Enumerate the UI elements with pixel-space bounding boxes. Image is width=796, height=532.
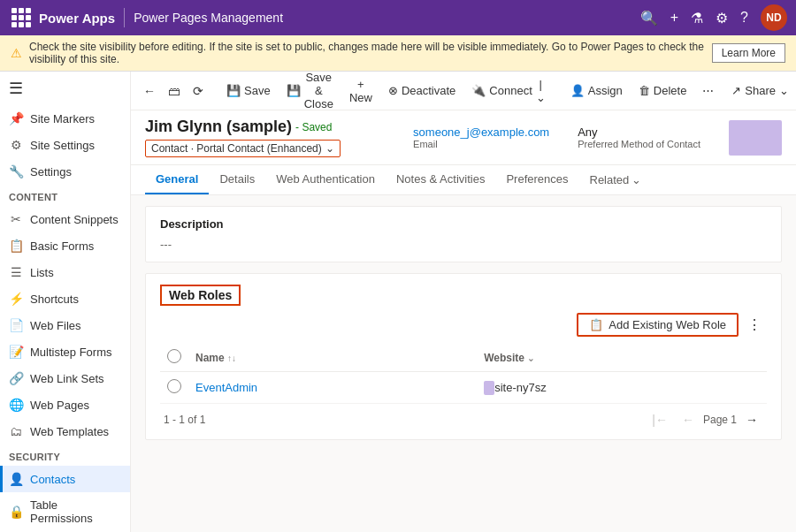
record-avatar-block bbox=[729, 120, 782, 156]
assign-icon: 👤 bbox=[570, 84, 585, 97]
save-icon: 💾 bbox=[226, 84, 241, 97]
sidebar-item-multistep-forms[interactable]: 📝 Multistep Forms bbox=[0, 338, 130, 365]
form-selector-chevron-icon: ⌄ bbox=[325, 142, 334, 155]
share-button[interactable]: ↗ Share ⌄ bbox=[723, 80, 796, 101]
web-roles-table: Name ↑↓ Website ⌄ bbox=[160, 344, 767, 404]
tab-related[interactable]: Related ⌄ bbox=[579, 165, 653, 194]
share-icon: ↗ bbox=[731, 84, 741, 97]
save-button[interactable]: 💾 Save bbox=[219, 80, 278, 101]
record-preferred-method-block: Any Preferred Method of Contact bbox=[578, 125, 700, 149]
page-first-button[interactable]: |← bbox=[647, 411, 673, 429]
description-value: --- bbox=[160, 238, 767, 251]
sidebar-item-table-permissions[interactable]: 🔒 Table Permissions bbox=[0, 492, 130, 531]
sidebar-item-label: Table Permissions bbox=[30, 498, 121, 525]
sidebar-item-contacts[interactable]: 👤 Contacts bbox=[0, 466, 130, 492]
page-next-button[interactable]: → bbox=[740, 411, 763, 429]
table-col-name[interactable]: Name ↑↓ bbox=[188, 344, 477, 372]
search-icon[interactable]: 🔍 bbox=[640, 10, 658, 27]
delete-icon: 🗑 bbox=[639, 84, 650, 97]
web-files-icon: 📄 bbox=[9, 318, 23, 332]
webroles-header: Web Roles bbox=[160, 285, 767, 306]
record-title: Jim Glynn (sample) bbox=[145, 118, 292, 136]
save-close-icon: 💾 bbox=[287, 84, 301, 97]
learn-more-button[interactable]: Learn More bbox=[712, 43, 785, 63]
connect-button[interactable]: 🔌 Connect |⌄ bbox=[464, 74, 552, 108]
tab-general[interactable]: General bbox=[145, 165, 209, 194]
tab-details[interactable]: Details bbox=[209, 165, 265, 194]
related-chevron-icon: ⌄ bbox=[631, 173, 641, 186]
web-pages-icon: 🌐 bbox=[9, 398, 23, 412]
filter-icon[interactable]: ⚗ bbox=[691, 10, 703, 27]
help-icon[interactable]: ? bbox=[740, 10, 748, 26]
command-bar: ← 🗃 ⟳ 💾 Save 💾 Save & Close + New ⊗ Deac… bbox=[131, 72, 796, 110]
description-card: Description --- bbox=[145, 206, 782, 262]
connect-chevron-icon: |⌄ bbox=[536, 78, 546, 104]
tabs-bar: General Details Web Authentication Notes… bbox=[131, 165, 796, 195]
sidebar-item-web-pages[interactable]: 🌐 Web Pages bbox=[0, 391, 130, 418]
table-col-website[interactable]: Website ⌄ bbox=[477, 344, 767, 372]
avatar[interactable]: ND bbox=[761, 4, 787, 31]
more-button[interactable]: ⋯ bbox=[695, 80, 721, 101]
description-label: Description bbox=[160, 217, 767, 231]
row-radio[interactable] bbox=[167, 379, 181, 393]
sidebar-item-label: Basic Forms bbox=[30, 239, 94, 253]
connect-icon: 🔌 bbox=[471, 84, 486, 97]
webroles-more-button[interactable]: ⋮ bbox=[742, 313, 767, 337]
page-label: Page 1 bbox=[703, 414, 737, 426]
website-sort-icon: ⌄ bbox=[527, 353, 534, 363]
page-prev-button[interactable]: ← bbox=[677, 411, 700, 429]
sidebar-item-label: Lists bbox=[30, 266, 54, 279]
sidebar-item-web-link-sets[interactable]: 🔗 Web Link Sets bbox=[0, 365, 130, 391]
record-avatar-image bbox=[729, 120, 782, 156]
sidebar-item-label: Site Markers bbox=[30, 112, 95, 125]
entity-icon-button[interactable]: 🗃 bbox=[163, 80, 186, 102]
page-title: Power Pages Management bbox=[134, 11, 283, 25]
sidebar-item-label: Multistep Forms bbox=[30, 346, 111, 359]
sidebar-item-web-templates[interactable]: 🗂 Web Templates bbox=[0, 418, 130, 445]
record-preferred-method-value: Any bbox=[578, 125, 700, 139]
warning-icon: ⚠ bbox=[11, 46, 22, 60]
settings-icon[interactable]: ⚙ bbox=[716, 10, 728, 27]
waffle-icon bbox=[11, 8, 31, 27]
form-selector[interactable]: Contact · Portal Contact (Enhanced) ⌄ bbox=[145, 140, 341, 157]
sidebar-item-label: Settings bbox=[30, 165, 72, 179]
web-templates-icon: 🗂 bbox=[9, 424, 23, 438]
add-icon[interactable]: + bbox=[670, 10, 678, 26]
record-saved-status: - Saved bbox=[295, 121, 332, 133]
assign-button[interactable]: 👤 Assign bbox=[563, 80, 630, 101]
sidebar-item-basic-forms[interactable]: 📋 Basic Forms bbox=[0, 232, 130, 259]
tab-notes-activities[interactable]: Notes & Activities bbox=[386, 165, 495, 194]
sidebar-item-content-snippets[interactable]: ✂ Content Snippets bbox=[0, 206, 130, 232]
sidebar-item-shortcuts[interactable]: ⚡ Shortcuts bbox=[0, 285, 130, 312]
sidebar-item-site-markers[interactable]: 📌 Site Markers bbox=[0, 105, 130, 132]
sidebar-item-settings[interactable]: 🔧 Settings bbox=[0, 158, 130, 185]
settings-icon: 🔧 bbox=[9, 164, 23, 179]
webroles-title: Web Roles bbox=[160, 285, 241, 306]
record-header: Jim Glynn (sample) - Saved Contact · Por… bbox=[131, 110, 796, 165]
deactivate-button[interactable]: ⊗ Deactivate bbox=[381, 80, 463, 101]
table-body: EventAdmin site-ny7sz bbox=[160, 372, 767, 404]
table-select-all-radio[interactable] bbox=[167, 349, 181, 363]
pagination: 1 - 1 of 1 |← ← Page 1 → bbox=[160, 404, 767, 429]
waffle-menu[interactable] bbox=[9, 5, 34, 30]
new-button[interactable]: + New bbox=[342, 74, 379, 108]
add-existing-web-role-button[interactable]: 📋 Add Existing Web Role bbox=[577, 313, 739, 337]
sidebar-hamburger-icon[interactable]: ☰ bbox=[9, 80, 23, 97]
more-icon: ⋯ bbox=[702, 84, 714, 97]
webroles-more-icon: ⋮ bbox=[747, 317, 762, 332]
banner-text: Check the site visibility before editing… bbox=[29, 41, 705, 65]
back-button[interactable]: ← bbox=[138, 80, 161, 102]
refresh-button[interactable]: ⟳ bbox=[188, 80, 209, 102]
pagination-info: 1 - 1 of 1 bbox=[164, 414, 205, 426]
sidebar-item-lists[interactable]: ☰ Lists bbox=[0, 259, 130, 285]
sidebar-item-web-files[interactable]: 📄 Web Files bbox=[0, 312, 130, 338]
lists-icon: ☰ bbox=[9, 265, 23, 279]
event-admin-link[interactable]: EventAdmin bbox=[195, 381, 257, 394]
sidebar-item-site-settings[interactable]: ⚙ Site Settings bbox=[0, 132, 130, 158]
delete-button[interactable]: 🗑 Delete bbox=[631, 80, 694, 101]
tab-preferences[interactable]: Preferences bbox=[495, 165, 578, 194]
security-section-title: Security bbox=[0, 445, 130, 466]
save-close-button[interactable]: 💾 Save & Close bbox=[279, 72, 341, 114]
tab-web-authentication[interactable]: Web Authentication bbox=[265, 165, 386, 194]
site-label: site-ny7sz bbox=[494, 381, 547, 394]
